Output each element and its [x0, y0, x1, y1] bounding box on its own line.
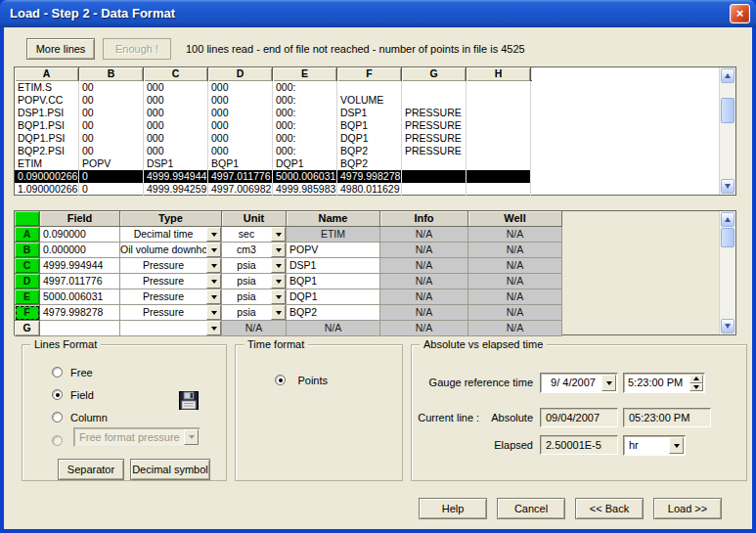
grid1-cell[interactable]: DSP1.PSI	[15, 107, 79, 119]
grid1-col-header-B[interactable]: B	[79, 67, 144, 81]
grid2-row-header-C[interactable]: C	[15, 258, 40, 274]
grid1-cell[interactable]: 000:	[273, 132, 337, 145]
grid1-cell[interactable]: 4999.985983	[273, 183, 337, 196]
unit-dropdown-B[interactable]: cm3	[222, 243, 287, 258]
save-format-button[interactable]	[176, 390, 200, 413]
elapsed-unit-select[interactable]: hr	[623, 435, 686, 456]
type-dropdown-G[interactable]	[120, 321, 222, 336]
grid1-cell[interactable]	[467, 145, 531, 157]
grid1-col-header-H[interactable]: H	[467, 67, 531, 81]
decimal-symbol-button[interactable]: Decimal symbol	[130, 459, 210, 480]
grid1-cell[interactable]: 000	[208, 81, 273, 94]
spin-down-button[interactable]	[689, 383, 703, 392]
grid1-cell[interactable]: 000	[144, 132, 208, 145]
radio-column[interactable]	[52, 412, 63, 422]
more-lines-button[interactable]: More lines	[26, 38, 95, 60]
grid2-row-header-B[interactable]: B	[15, 243, 40, 258]
chevron-down-icon[interactable]	[271, 274, 286, 289]
grid2-row-header-F[interactable]: F	[15, 305, 40, 321]
grid1-cell[interactable]: 00	[79, 107, 144, 119]
separator-button[interactable]: Separator	[58, 459, 124, 480]
grid1-cell[interactable]: 4997.006982	[208, 183, 273, 196]
grid1-cell[interactable]: 4979.998278	[337, 170, 402, 183]
chevron-down-icon[interactable]	[271, 258, 286, 273]
unit-dropdown-F[interactable]: psia	[222, 305, 287, 321]
grid1-cell[interactable]: BQP1	[208, 157, 273, 170]
chevron-down-icon[interactable]	[601, 375, 616, 391]
radio-label-free[interactable]: Free	[70, 367, 93, 378]
grid1-cell[interactable]	[467, 94, 531, 107]
grid1-cell[interactable]: POPV	[79, 157, 144, 170]
scroll-thumb[interactable]	[721, 228, 734, 247]
field-cell-F[interactable]: 4979.998278	[40, 305, 120, 321]
grid2-corner-cell[interactable]	[15, 211, 40, 227]
grid1-cell[interactable]: 000:	[273, 94, 337, 107]
grid1-cell[interactable]: 0	[79, 170, 144, 183]
unit-dropdown-C[interactable]: psia	[222, 258, 287, 274]
grid1-cell[interactable]: BQP2.PSI	[15, 145, 79, 157]
type-dropdown-D[interactable]: Pressure	[120, 274, 222, 289]
grid1-cell[interactable]: ETIM.S	[15, 81, 79, 94]
grid1-cell[interactable]: 00	[79, 132, 144, 145]
name-cell-E[interactable]: DQP1	[287, 289, 380, 305]
field-cell-E[interactable]: 5000.006031	[40, 289, 120, 305]
grid1-cell[interactable]: 00	[79, 145, 144, 157]
grid1-cell[interactable]: PRESSURE	[402, 145, 467, 157]
grid1-row-7[interactable]: ETIMPOPVDSP1BQP1DQP1BQP2	[15, 157, 531, 170]
grid1-cell[interactable]: 4999.994259	[144, 183, 208, 196]
name-cell-C[interactable]: DSP1	[287, 258, 380, 274]
grid1-cell[interactable]	[467, 170, 531, 183]
spin-up-button[interactable]	[689, 375, 703, 383]
unit-dropdown-D[interactable]: psia	[222, 274, 287, 289]
radio-field[interactable]	[52, 389, 63, 400]
titlebar[interactable]: Load - Step 2 - Data Format ×	[0, 0, 756, 27]
grid1-cell[interactable]: BQP2	[337, 145, 402, 157]
chevron-down-icon[interactable]	[206, 321, 221, 335]
grid1-cell[interactable]: 000	[208, 132, 273, 145]
chevron-down-icon[interactable]	[669, 437, 684, 454]
radio-free[interactable]	[52, 367, 63, 378]
scroll-down-button[interactable]	[721, 179, 734, 194]
grid2-col-header-well[interactable]: Well	[468, 211, 562, 227]
field-cell-D[interactable]: 4997.011776	[40, 274, 120, 289]
grid1-cell[interactable]: ETIM	[15, 157, 79, 170]
grid1-cell[interactable]: PRESSURE	[402, 119, 467, 132]
grid1-cell[interactable]	[337, 81, 402, 94]
grid1-col-header-G[interactable]: G	[402, 67, 467, 81]
grid1-cell[interactable]: DSP1	[144, 157, 208, 170]
grid1-cell[interactable]: DQP1	[337, 132, 402, 145]
name-cell-F[interactable]: BQP2	[287, 305, 380, 321]
grid1-cell[interactable]: PRESSURE	[402, 132, 467, 145]
unit-dropdown-E[interactable]: psia	[222, 289, 287, 305]
grid1-cell[interactable]: 5000.006031	[273, 170, 337, 183]
grid1-cell[interactable]: 4999.994944	[144, 170, 208, 183]
type-dropdown-C[interactable]: Pressure	[120, 258, 222, 274]
grid1-cell[interactable]: 000	[144, 81, 208, 94]
type-dropdown-A[interactable]: Decimal time	[120, 227, 222, 243]
free-format-combo[interactable]: Free format pressure	[73, 427, 200, 447]
grid1-row-1[interactable]: ETIM.S00000000000:	[15, 81, 531, 94]
gauge-date-select[interactable]: 9/ 4/2007	[540, 373, 618, 393]
grid1-cell[interactable]: DQP1.PSI	[15, 132, 79, 145]
chevron-down-icon[interactable]	[271, 289, 286, 304]
grid1-cell[interactable]: 000:	[273, 145, 337, 157]
grid1-cell[interactable]: 000	[144, 94, 208, 107]
gauge-time-spinner[interactable]: 5:23:00 PM	[623, 373, 705, 393]
type-dropdown-F[interactable]: Pressure	[120, 305, 222, 321]
grid2-row-header-E[interactable]: E	[15, 289, 40, 305]
chevron-down-icon[interactable]	[271, 243, 286, 257]
chevron-down-icon[interactable]	[206, 274, 221, 289]
grid1-cell[interactable]: 00	[79, 94, 144, 107]
grid1-cell[interactable]: VOLUME	[337, 94, 402, 107]
grid1-cell[interactable]	[467, 157, 531, 170]
grid1-row-5[interactable]: DQP1.PSI00000000000:DQP1PRESSURE	[15, 132, 531, 145]
grid1-cell[interactable]: BQP2	[337, 157, 402, 170]
grid1-cell[interactable]	[467, 119, 531, 132]
grid2-col-header-unit[interactable]: Unit	[222, 211, 287, 227]
grid2-row-header-A[interactable]: A	[15, 227, 40, 243]
grid1-row-2[interactable]: POPV.CC00000000000:VOLUME	[15, 94, 531, 107]
grid1-cell[interactable]: 000	[144, 119, 208, 132]
grid1-row-3[interactable]: DSP1.PSI00000000000:DSP1PRESSURE	[15, 107, 531, 119]
grid1-col-header-A[interactable]: A	[15, 67, 79, 81]
radio-label-column[interactable]: Column	[70, 412, 108, 423]
